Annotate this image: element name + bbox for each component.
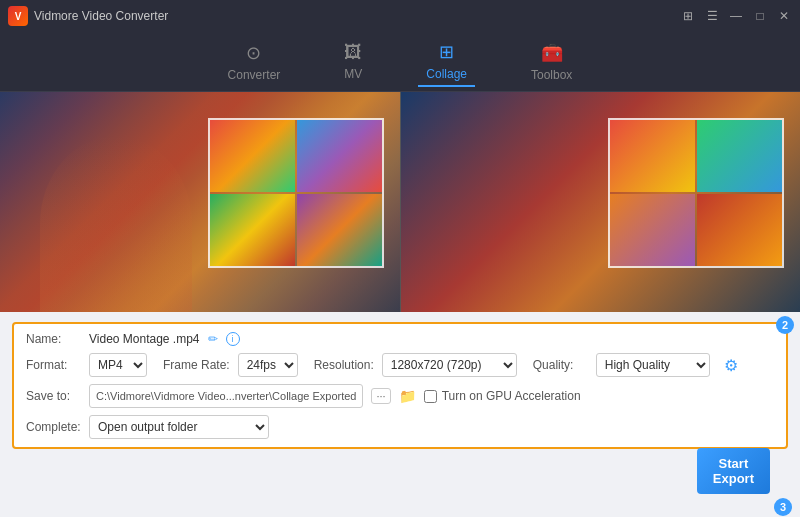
gpu-checkbox[interactable] [424, 390, 437, 403]
collage-icon: ⊞ [439, 41, 454, 63]
app-icon: V [8, 6, 28, 26]
converter-icon: ⊙ [246, 42, 261, 64]
resolution-label: Resolution: [314, 358, 374, 372]
start-export-button[interactable]: Start Export [697, 448, 770, 494]
right-video-panel: ▶ 00:00:00.00/00:00:05.00 🔊 [401, 92, 801, 312]
quality-select[interactable]: High Quality Medium Quality Low Quality [596, 353, 710, 377]
settings-panel: 2 Name: Video Montage .mp4 ✏ i Format: M… [12, 322, 788, 449]
tab-mv[interactable]: 🖼 MV [336, 38, 370, 85]
tab-mv-label: MV [344, 67, 362, 81]
settings-badge: 2 [776, 316, 794, 334]
main-content: ⊞ Template ☁ Filter 🔊 Audio ➤ Export 1 [0, 92, 800, 517]
edit-icon[interactable]: ✏ [208, 332, 218, 346]
gear-icon[interactable]: ⚙ [724, 356, 738, 375]
left-video-panel: ⊞ Template ☁ Filter 🔊 Audio ➤ Export 1 [0, 92, 401, 312]
format-select[interactable]: MP4 MOV AVI MKV [89, 353, 147, 377]
format-row: Format: MP4 MOV AVI MKV Frame Rate: 24fp… [26, 353, 774, 377]
maximize-button[interactable]: □ [752, 8, 768, 24]
left-inner-grid [208, 118, 384, 268]
folder-icon[interactable]: 📁 [399, 388, 416, 404]
cell-4 [297, 194, 382, 266]
name-value: Video Montage .mp4 [89, 332, 200, 346]
tab-toolbox[interactable]: 🧰 Toolbox [523, 38, 580, 86]
tab-converter-label: Converter [228, 68, 281, 82]
export-button-badge: 3 [774, 498, 792, 516]
save-to-label: Save to: [26, 389, 81, 403]
title-bar: V Vidmore Video Converter ⊞ ☰ — □ ✕ [0, 0, 800, 32]
gpu-checkbox-label[interactable]: Turn on GPU Acceleration [424, 389, 581, 403]
complete-select[interactable]: Open output folder Do nothing Shut down [89, 415, 269, 439]
save-to-row: Save to: C:\Vidmore\Vidmore Video...nver… [26, 384, 774, 408]
menu-button[interactable]: ☰ [704, 8, 720, 24]
tab-converter[interactable]: ⊙ Converter [220, 38, 289, 86]
left-video-scene [0, 92, 400, 312]
info-icon[interactable]: i [226, 332, 240, 346]
name-row: Name: Video Montage .mp4 ✏ i [26, 332, 774, 346]
quality-label: Quality: [533, 358, 588, 372]
name-label: Name: [26, 332, 81, 346]
right-cell-2 [697, 120, 782, 192]
right-cell-1 [610, 120, 695, 192]
right-cell-4 [697, 194, 782, 266]
title-bar-left: V Vidmore Video Converter [8, 6, 168, 26]
close-button[interactable]: ✕ [776, 8, 792, 24]
cell-1 [210, 120, 295, 192]
right-cell-3 [610, 194, 695, 266]
tab-toolbox-label: Toolbox [531, 68, 572, 82]
tiles-button[interactable]: ⊞ [680, 8, 696, 24]
mv-icon: 🖼 [344, 42, 362, 63]
browse-ellipsis-button[interactable]: ··· [371, 388, 390, 404]
video-panels: ⊞ Template ☁ Filter 🔊 Audio ➤ Export 1 [0, 92, 800, 312]
nav-tabs: ⊙ Converter 🖼 MV ⊞ Collage 🧰 Toolbox [0, 32, 800, 92]
cell-2 [297, 120, 382, 192]
path-display: C:\Vidmore\Vidmore Video...nverter\Colla… [89, 384, 363, 408]
gpu-label: Turn on GPU Acceleration [442, 389, 581, 403]
toolbox-icon: 🧰 [541, 42, 563, 64]
frame-rate-label: Frame Rate: [163, 358, 230, 372]
complete-label: Complete: [26, 420, 81, 434]
settings-area: 2 Name: Video Montage .mp4 ✏ i Format: M… [0, 312, 800, 517]
frame-rate-select[interactable]: 24fps 30fps 60fps [238, 353, 298, 377]
app-title: Vidmore Video Converter [34, 9, 168, 23]
window-controls: ⊞ ☰ — □ ✕ [680, 8, 792, 24]
minimize-button[interactable]: — [728, 8, 744, 24]
resolution-select[interactable]: 1280x720 (720p) 1920x1080 (1080p) 3840x2… [382, 353, 517, 377]
format-label: Format: [26, 358, 81, 372]
cell-3 [210, 194, 295, 266]
person-area [40, 136, 192, 312]
tab-collage-label: Collage [426, 67, 467, 81]
path-text: C:\Vidmore\Vidmore Video...nverter\Colla… [96, 390, 356, 402]
tab-collage[interactable]: ⊞ Collage [418, 37, 475, 87]
complete-row: Complete: Open output folder Do nothing … [26, 415, 774, 439]
right-video-scene [401, 92, 801, 312]
right-inner-grid [608, 118, 784, 268]
